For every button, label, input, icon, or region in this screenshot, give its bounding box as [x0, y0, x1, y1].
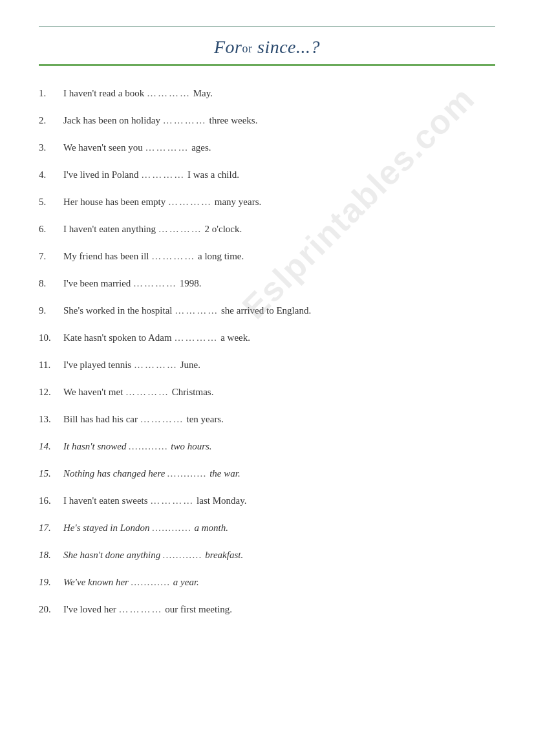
fill-dots: ………… — [141, 169, 185, 180]
exercise-number: 10. — [39, 330, 63, 345]
green-decorative-line — [39, 64, 495, 66]
list-item: 11. I've played tennis ………… June. — [39, 357, 495, 373]
fill-dots: ………… — [175, 305, 219, 316]
fill-dots: ………… — [145, 142, 189, 153]
fill-dots: ………… — [163, 550, 202, 560]
fill-dots: ………… — [134, 360, 178, 370]
title-for: For — [214, 37, 242, 57]
list-item: 8. I've been married ………… 1998. — [39, 275, 495, 291]
exercise-number: 16. — [39, 493, 63, 508]
fill-dots: ………… — [150, 495, 194, 506]
exercise-number: 20. — [39, 601, 63, 617]
exercise-sentence: My friend has been ill ………… a long time. — [63, 248, 495, 264]
exercise-sentence: Her house has been empty ………… many years… — [63, 194, 495, 210]
list-item: 9. She's worked in the hospital ………… she… — [39, 303, 495, 318]
page-title: Foror since...? — [214, 37, 320, 57]
exercise-number: 14. — [39, 438, 63, 454]
exercise-sentence: I've lived in Poland ………… I was a child. — [63, 167, 495, 182]
exercise-sentence: I haven't eaten anything ………… 2 o'clock. — [63, 221, 495, 237]
exercise-number: 6. — [39, 221, 63, 237]
list-item: 13. Bill has had his car ………… ten years. — [39, 411, 495, 427]
exercise-sentence: We haven't seen you ………… ages. — [63, 140, 495, 155]
exercise-sentence: Nothing has changed here ………… the war. — [63, 466, 495, 481]
exercise-number: 17. — [39, 520, 63, 535]
list-item: 6. I haven't eaten anything ………… 2 o'clo… — [39, 221, 495, 237]
exercise-sentence: We haven't met ………… Christmas. — [63, 384, 495, 400]
exercise-sentence: I've played tennis ………… June. — [63, 357, 495, 373]
list-item: 16. I haven't eaten sweets ………… last Mon… — [39, 493, 495, 508]
list-item: 12. We haven't met ………… Christmas. — [39, 384, 495, 400]
exercise-number: 13. — [39, 411, 63, 427]
list-item: 5. Her house has been empty ………… many ye… — [39, 194, 495, 210]
exercise-sentence: I've been married ………… 1998. — [63, 275, 495, 291]
exercise-sentence: Bill has had his car ………… ten years. — [63, 411, 495, 427]
exercise-number: 19. — [39, 574, 63, 590]
exercise-number: 9. — [39, 303, 63, 318]
list-item: 19. We've known her ………… a year. — [39, 574, 495, 590]
fill-dots: ………… — [119, 604, 163, 614]
list-item: 17. He's stayed in London ………… a month. — [39, 520, 495, 535]
fill-dots: ………… — [147, 88, 191, 98]
exercise-sentence: I haven't read a book ………… May. — [63, 85, 495, 101]
fill-dots: ………… — [125, 387, 169, 397]
exercise-number: 11. — [39, 357, 63, 373]
list-item: 1. I haven't read a book ………… May. — [39, 85, 495, 101]
title-area: Foror since...? — [39, 37, 495, 58]
exercise-number: 5. — [39, 194, 63, 210]
exercise-number: 4. — [39, 167, 63, 182]
title-or: or — [242, 42, 252, 55]
exercise-number: 1. — [39, 85, 63, 101]
fill-dots: ………… — [133, 278, 177, 288]
list-item: 14. It hasn't snowed ………… two hours. — [39, 438, 495, 454]
exercise-sentence: He's stayed in London ………… a month. — [63, 520, 495, 535]
fill-dots: ………… — [129, 441, 168, 451]
exercise-number: 8. — [39, 275, 63, 291]
fill-dots: ………… — [131, 577, 171, 587]
fill-dots: ………… — [174, 332, 218, 343]
fill-dots: ………… — [151, 251, 195, 261]
list-item: 10. Kate hasn't spoken to Adam ………… a we… — [39, 330, 495, 345]
page: Foror since...? Eslprintables.com 1. I h… — [0, 0, 534, 756]
list-item: 3. We haven't seen you ………… ages. — [39, 140, 495, 155]
exercise-sentence: It hasn't snowed ………… two hours. — [63, 438, 495, 454]
exercise-sentence: Kate hasn't spoken to Adam ………… a week. — [63, 330, 495, 345]
fill-dots: ………… — [152, 523, 191, 533]
exercise-number: 12. — [39, 384, 63, 400]
exercise-sentence: Jack has been on holiday ………… three week… — [63, 113, 495, 128]
exercise-sentence: I haven't eaten sweets ………… last Monday. — [63, 493, 495, 508]
exercise-list: 1. I haven't read a book ………… May. 2. Ja… — [39, 85, 495, 617]
exercise-number: 18. — [39, 547, 63, 563]
list-item: 18. She hasn't done anything ………… breakf… — [39, 547, 495, 563]
list-item: 2. Jack has been on holiday ………… three w… — [39, 113, 495, 128]
fill-dots: ………… — [168, 197, 212, 207]
top-decorative-line — [39, 26, 495, 27]
fill-dots: ………… — [140, 414, 184, 424]
exercise-number: 7. — [39, 248, 63, 264]
exercise-sentence: She's worked in the hospital ………… she ar… — [63, 303, 495, 318]
list-item: 15. Nothing has changed here ………… the wa… — [39, 466, 495, 481]
exercise-sentence: We've known her ………… a year. — [63, 574, 495, 590]
exercise-number: 15. — [39, 466, 63, 481]
list-item: 20. I've loved her ………… our first meetin… — [39, 601, 495, 617]
fill-dots: ………… — [167, 468, 207, 479]
exercise-sentence: She hasn't done anything ………… breakfast. — [63, 547, 495, 563]
exercise-sentence: I've loved her ………… our first meeting. — [63, 601, 495, 617]
fill-dots: ………… — [163, 115, 207, 125]
list-item: 4. I've lived in Poland ………… I was a chi… — [39, 167, 495, 182]
fill-dots: ………… — [158, 224, 202, 234]
exercise-number: 3. — [39, 140, 63, 155]
title-since: since...? — [257, 37, 320, 57]
list-item: 7. My friend has been ill ………… a long ti… — [39, 248, 495, 264]
exercise-number: 2. — [39, 113, 63, 128]
